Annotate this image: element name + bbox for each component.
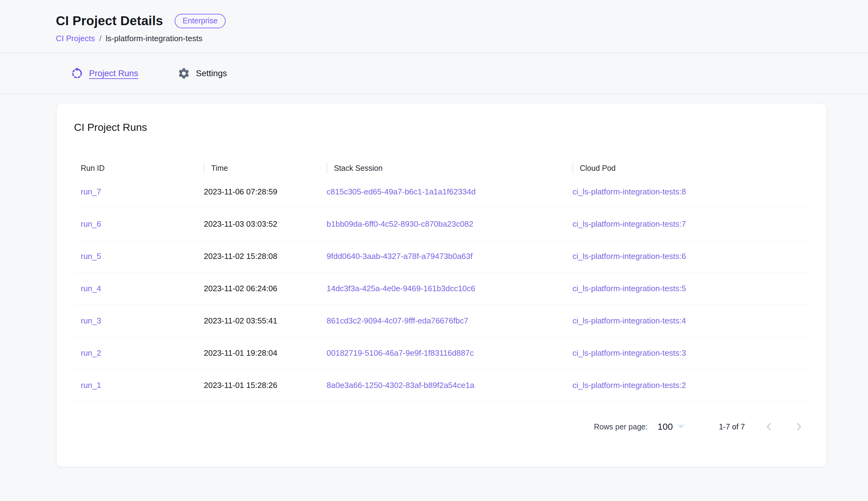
card-title: CI Project Runs — [74, 121, 810, 133]
table-row: run_6 2023-11-03 03:03:52 b1bb09da-6ff0-… — [73, 208, 810, 240]
run-time: 2023-11-02 15:28:08 — [196, 252, 319, 261]
run-id-link[interactable]: run_4 — [81, 284, 101, 293]
table-row: run_7 2023-11-06 07:28:59 c815c305-ed65-… — [73, 176, 810, 208]
rows-per-page-select[interactable]: 100 — [657, 422, 684, 432]
cloud-pod-link[interactable]: ci_ls-platform-integration-tests:6 — [572, 252, 686, 261]
cloud-pod-link[interactable]: ci_ls-platform-integration-tests:5 — [572, 284, 686, 293]
stack-session-link[interactable]: 14dc3f3a-425a-4e0e-9469-161b3dcc10c6 — [327, 284, 475, 293]
run-time: 2023-11-02 03:55:41 — [196, 316, 319, 326]
cloud-pod-link[interactable]: ci_ls-platform-integration-tests:3 — [572, 348, 686, 358]
stack-session-link[interactable]: 9fdd0640-3aab-4327-a78f-a79473b0a63f — [327, 252, 473, 261]
page-header: CI Project Details Enterprise CI Project… — [0, 0, 868, 53]
column-separator — [572, 162, 573, 173]
runs-table: Run ID Time Stack Session Cloud Pod run_ — [73, 160, 810, 402]
table-row: run_5 2023-11-02 15:28:08 9fdd0640-3aab-… — [73, 240, 810, 273]
run-id-link[interactable]: run_3 — [81, 316, 101, 325]
run-time: 2023-11-03 03:03:52 — [196, 219, 319, 229]
breadcrumb-current: ls-platform-integration-tests — [106, 34, 202, 43]
ci-project-runs-card: CI Project Runs Run ID Time Stack Sessio… — [56, 103, 827, 467]
table-header-row: Run ID Time Stack Session Cloud Pod — [73, 160, 810, 176]
table-row: run_2 2023-11-01 19:28:04 00182719-5106-… — [73, 337, 810, 369]
run-id-link[interactable]: run_6 — [81, 219, 101, 228]
page-title: CI Project Details — [56, 13, 163, 28]
run-id-link[interactable]: run_2 — [81, 348, 101, 358]
run-id-link[interactable]: run_5 — [81, 252, 101, 261]
tab-settings-label: Settings — [196, 68, 227, 78]
cloud-pod-link[interactable]: ci_ls-platform-integration-tests:7 — [572, 219, 686, 228]
column-header-cloud-pod: Cloud Pod — [565, 160, 810, 176]
pagination-bar: Rows per page: 100 1-7 of 7 — [73, 420, 810, 433]
tab-project-runs-label: Project Runs — [89, 68, 138, 78]
breadcrumb-separator: / — [99, 34, 101, 43]
run-time: 2023-11-01 15:28:26 — [196, 381, 319, 390]
tab-bar: Project Runs Settings — [0, 53, 868, 94]
chevron-left-icon — [763, 420, 775, 433]
run-id-link[interactable]: run_1 — [81, 381, 101, 390]
tab-settings[interactable]: Settings — [177, 67, 227, 80]
chevron-right-icon — [793, 420, 805, 433]
rows-per-page-label: Rows per page: — [594, 422, 648, 431]
breadcrumb: CI Projects / ls-platform-integration-te… — [56, 34, 868, 43]
stack-session-link[interactable]: 00182719-5106-46a7-9e9f-1f83116d887c — [327, 348, 474, 358]
gear-icon — [177, 67, 190, 80]
column-header-stack-session: Stack Session — [319, 160, 565, 176]
enterprise-badge: Enterprise — [175, 14, 226, 28]
column-header-time: Time — [196, 160, 319, 176]
cloud-pod-link[interactable]: ci_ls-platform-integration-tests:4 — [572, 316, 686, 325]
cloud-pod-link[interactable]: ci_ls-platform-integration-tests:8 — [572, 187, 686, 196]
chevron-down-icon — [678, 425, 684, 428]
previous-page-button[interactable] — [763, 420, 775, 433]
run-time: 2023-11-02 06:24:06 — [196, 284, 319, 294]
stack-session-link[interactable]: b1bb09da-6ff0-4c52-8930-c870ba23c082 — [327, 219, 473, 228]
page-range: 1-7 of 7 — [719, 422, 745, 431]
run-id-link[interactable]: run_7 — [81, 187, 101, 196]
table-body: run_7 2023-11-06 07:28:59 c815c305-ed65-… — [73, 176, 810, 402]
column-separator — [204, 162, 205, 173]
stack-session-link[interactable]: 861cd3c2-9094-4c07-9fff-eda76676fbc7 — [327, 316, 468, 325]
table-row: run_4 2023-11-02 06:24:06 14dc3f3a-425a-… — [73, 273, 810, 305]
table-row: run_3 2023-11-02 03:55:41 861cd3c2-9094-… — [73, 305, 810, 337]
run-time: 2023-11-01 19:28:04 — [196, 348, 319, 358]
stack-session-link[interactable]: c815c305-ed65-49a7-b6c1-1a1a1f62334d — [327, 187, 476, 196]
run-time: 2023-11-06 07:28:59 — [196, 187, 319, 196]
column-separator — [327, 162, 327, 173]
tab-project-runs[interactable]: Project Runs — [70, 67, 138, 80]
rows-per-page-value: 100 — [657, 422, 673, 432]
next-page-button[interactable] — [793, 420, 805, 433]
page: CI Project Details Enterprise CI Project… — [0, 0, 868, 501]
column-header-run-id: Run ID — [73, 160, 196, 176]
stack-session-link[interactable]: 8a0e3a66-1250-4302-83af-b89f2a54ce1a — [327, 381, 474, 390]
table-row: run_1 2023-11-01 15:28:26 8a0e3a66-1250-… — [73, 369, 810, 402]
breadcrumb-parent-link[interactable]: CI Projects — [56, 34, 95, 43]
cloud-pod-link[interactable]: ci_ls-platform-integration-tests:2 — [572, 381, 686, 390]
refresh-icon — [70, 67, 84, 80]
